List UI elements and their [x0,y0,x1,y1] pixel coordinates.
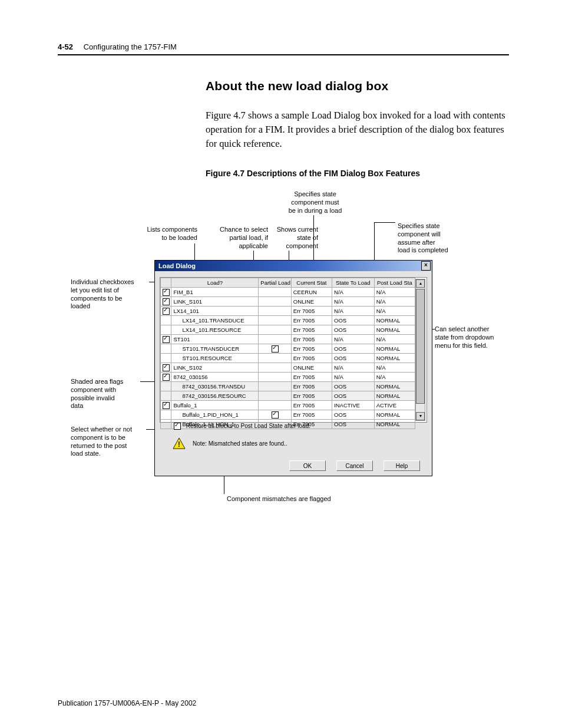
close-icon[interactable]: × [421,261,431,271]
row-state-to-load[interactable]: OOS [332,316,375,325]
row-checkbox-cell[interactable] [161,363,171,373]
scroll-up-icon[interactable]: ▴ [416,279,425,288]
row-checkbox-cell[interactable] [161,325,171,335]
row-partial[interactable] [259,354,291,363]
row-state-to-load[interactable]: OOS [332,420,375,429]
row-current: Err 7005 [291,391,332,401]
row-checkbox-cell[interactable] [161,410,171,420]
row-checkbox-cell[interactable] [161,420,171,429]
row-current: Err 7005 [291,307,332,316]
row-checkbox[interactable] [163,308,170,315]
col-current: Current Stat [291,278,332,288]
row-partial[interactable] [259,297,291,307]
row-name: LX14_101.RESOURCE [171,325,259,335]
restore-label: Restore all blocks to Post Load State af… [186,423,310,429]
row-partial[interactable] [259,401,291,410]
col-checkbox [161,278,171,288]
page-number: 4-52 [58,42,73,51]
table-row: 8742_030156.RESOURCErr 7005OOSNORMAL [161,391,415,401]
header-rule [58,54,509,55]
row-state-to-load[interactable]: OOS [332,410,375,420]
row-state-to-load[interactable]: OOS [332,325,375,335]
row-partial[interactable] [259,325,291,335]
callout-individual: Individual checkboxes let you edit list … [71,278,150,311]
row-post-load: N/A [374,373,415,382]
help-button[interactable]: Help [384,460,420,471]
row-checkbox[interactable] [163,298,170,305]
row-partial[interactable] [259,335,291,344]
row-state-to-load[interactable]: N/A [332,335,375,344]
row-partial[interactable] [259,410,291,420]
row-name: ST101 [171,335,259,344]
row-checkbox-cell[interactable] [161,373,171,382]
row-name: LX14_101 [171,307,259,316]
ok-button[interactable]: OK [289,460,326,471]
row-partial[interactable] [259,288,291,297]
row-state-to-load[interactable]: N/A [332,307,375,316]
table-row: ST101Err 7005N/AN/A [161,335,415,344]
row-state-to-load[interactable]: N/A [332,363,375,373]
row-current: ONLINE [291,363,332,373]
scroll-thumb[interactable] [416,289,425,404]
row-name: ST101.RESOURCE [171,354,259,363]
col-state-to-load: State To Load [332,278,375,288]
row-checkbox[interactable] [163,289,170,296]
row-partial[interactable] [259,316,291,325]
row-state-to-load[interactable]: N/A [332,288,375,297]
row-state-to-load[interactable]: OOS [332,391,375,401]
restore-checkbox[interactable] [174,423,181,430]
row-checkbox-cell[interactable] [161,354,171,363]
row-checkbox-cell[interactable] [161,307,171,316]
row-partial[interactable] [259,391,291,401]
row-post-load: NORMAL [374,344,415,354]
scrollbar[interactable]: ▴ ▾ [415,279,425,421]
row-state-to-load[interactable]: OOS [332,382,375,391]
row-checkbox-cell[interactable] [161,297,171,307]
row-post-load: N/A [374,363,415,373]
cancel-button[interactable]: Cancel [336,460,373,471]
grid-header-row: Load? Partial Load Current Stat State To… [161,278,415,288]
svg-text:!: ! [178,440,180,449]
scroll-down-icon[interactable]: ▾ [416,412,425,420]
row-name: 8742_030156 [171,373,259,382]
row-current: Err 7005 [291,401,332,410]
row-checkbox[interactable] [163,402,170,409]
warning-row: ! Note: Mismatched states are found.. [173,437,287,449]
row-checkbox-cell[interactable] [161,401,171,410]
row-partial[interactable] [259,307,291,316]
row-state-to-load[interactable]: N/A [332,297,375,307]
table-row: FIM_B1CEERUNN/AN/A [161,288,415,297]
row-state-to-load[interactable]: INACTIVE [332,401,375,410]
callout-restore: Select whether or not component is to be… [71,426,147,458]
partial-checkbox[interactable] [272,411,279,419]
row-name: LINK_S102 [171,363,259,373]
row-partial[interactable] [259,382,291,391]
row-partial[interactable] [259,373,291,382]
row-checkbox-cell[interactable] [161,382,171,391]
col-load: Load? [171,278,259,288]
row-partial[interactable] [259,344,291,354]
row-current: CEERUN [291,288,332,297]
row-checkbox[interactable] [163,364,170,371]
row-post-load: N/A [374,288,415,297]
row-checkbox[interactable] [163,374,170,381]
row-checkbox-cell[interactable] [161,316,171,325]
row-state-to-load[interactable]: N/A [332,373,375,382]
row-partial[interactable] [259,363,291,373]
dialog-title: Load Dialog [158,261,196,271]
row-state-to-load[interactable]: OOS [332,354,375,363]
row-state-to-load[interactable]: OOS [332,344,375,354]
callout-dropdown: Can select another state from dropdown m… [435,325,505,350]
table-row: LX14_101.TRANSDUCEErr 7005OOSNORMAL [161,316,415,325]
row-checkbox-cell[interactable] [161,344,171,354]
row-post-load: NORMAL [374,316,415,325]
row-checkbox-cell[interactable] [161,391,171,401]
partial-checkbox[interactable] [272,345,279,353]
row-name: LX14_101.TRANSDUCE [171,316,259,325]
row-post-load: N/A [374,335,415,344]
row-checkbox[interactable] [163,336,170,343]
body-paragraph: Figure 4.7 shows a sample Load Dialog bo… [206,108,506,151]
row-name: 8742_030156.TRANSDU [171,382,259,391]
row-checkbox-cell[interactable] [161,288,171,297]
row-checkbox-cell[interactable] [161,335,171,344]
